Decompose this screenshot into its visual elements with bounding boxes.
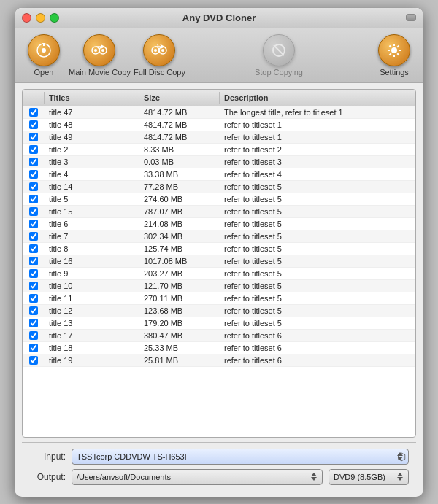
table-row: title 13179.20 MBrefer to titleset 5	[23, 317, 415, 330]
row-checkbox[interactable]	[29, 232, 38, 241]
row-title: title 6	[45, 218, 139, 230]
row-checkbox[interactable]	[29, 356, 38, 365]
table-row: title 7302.34 MBrefer to titleset 5	[23, 230, 415, 243]
table-row: title 30.03 MBrefer to titleset 3	[23, 156, 415, 168]
row-checkbox[interactable]	[29, 319, 38, 327]
open-label: Open	[34, 68, 54, 77]
row-checkbox[interactable]	[29, 170, 38, 179]
row-title: title 13	[45, 317, 139, 329]
toolbar: Open Main Movie Copy	[15, 28, 423, 83]
table-row: title 474814.72 MBThe longest title, ref…	[23, 106, 415, 119]
table-row: title 15787.07 MBrefer to titleset 5	[23, 206, 415, 218]
resize-button[interactable]	[406, 14, 416, 21]
row-size: 302.34 MB	[139, 230, 220, 242]
row-checkbox[interactable]	[29, 306, 38, 315]
row-description: refer to titleset 4	[220, 168, 415, 180]
row-checkbox-cell	[23, 317, 45, 329]
table-row: title 433.38 MBrefer to titleset 4	[23, 168, 415, 181]
svg-point-13	[161, 49, 164, 52]
row-checkbox[interactable]	[29, 108, 38, 117]
row-checkbox[interactable]	[29, 145, 38, 154]
table-body[interactable]: title 474814.72 MBThe longest title, ref…	[23, 106, 415, 437]
row-title: title 49	[45, 131, 139, 143]
maximize-button[interactable]	[50, 13, 59, 23]
svg-marker-9	[101, 44, 105, 49]
row-size: 4814.72 MB	[139, 119, 220, 131]
table-row: title 12123.68 MBrefer to titleset 5	[23, 305, 415, 317]
row-size: 4814.72 MB	[139, 131, 220, 143]
main-movie-copy-button[interactable]: Main Movie Copy	[69, 34, 131, 77]
row-description: refer to titleset 5	[220, 317, 415, 329]
row-title: title 5	[45, 193, 139, 205]
output-row: Output: /Users/anvsoft/Documents DVD9 (8…	[29, 469, 409, 485]
row-checkbox-cell	[23, 230, 45, 242]
row-description: refer to titleset 6	[220, 342, 415, 354]
row-title: title 12	[45, 305, 139, 317]
stop-copying-button[interactable]: Stop Copying	[255, 34, 303, 77]
row-title: title 48	[45, 119, 139, 131]
row-size: 380.47 MB	[139, 330, 220, 341]
row-size: 8.33 MB	[139, 144, 220, 155]
close-button[interactable]	[22, 13, 31, 23]
row-title: title 3	[45, 156, 139, 168]
row-size: 787.07 MB	[139, 206, 220, 217]
row-size: 25.81 MB	[139, 354, 220, 366]
row-checkbox[interactable]	[29, 294, 38, 303]
output-path-select[interactable]: /Users/anvsoft/Documents	[72, 469, 323, 485]
settings-button[interactable]: Settings	[372, 34, 416, 77]
row-checkbox-cell	[23, 354, 45, 366]
dvd-size-select[interactable]: DVD9 (8.5GB)	[328, 469, 409, 485]
open-button[interactable]: Open	[22, 34, 66, 77]
row-description: refer to titleset 5	[220, 268, 415, 279]
row-description: refer to titleset 5	[220, 206, 415, 217]
row-checkbox[interactable]	[29, 220, 38, 228]
row-checkbox[interactable]	[29, 182, 38, 191]
row-checkbox[interactable]	[29, 158, 38, 166]
row-checkbox[interactable]	[29, 344, 38, 352]
window-title: Any DVD Cloner	[182, 12, 256, 23]
row-checkbox-cell	[23, 243, 45, 255]
table-row: title 484814.72 MBrefer to titleset 1	[23, 119, 415, 131]
table-row: title 5274.60 MBrefer to titleset 5	[23, 193, 415, 206]
row-title: title 47	[45, 106, 139, 118]
input-select[interactable]: TSSTcorp CDDVDW TS-H653F	[72, 449, 409, 465]
settings-icon	[378, 34, 410, 66]
row-checkbox[interactable]	[29, 282, 38, 290]
row-size: 4814.72 MB	[139, 106, 220, 118]
row-checkbox[interactable]	[29, 120, 38, 129]
row-size: 270.11 MB	[139, 292, 220, 304]
row-description: The longest title, refer to titleset 1	[220, 106, 415, 118]
row-title: title 2	[45, 144, 139, 155]
svg-point-7	[101, 49, 104, 52]
row-checkbox[interactable]	[29, 207, 38, 216]
row-checkbox-cell	[23, 206, 45, 217]
col-description: Description	[220, 92, 415, 104]
row-size: 33.38 MB	[139, 168, 220, 180]
svg-line-27	[390, 53, 391, 55]
row-checkbox-cell	[23, 292, 45, 304]
row-checkbox[interactable]	[29, 269, 38, 278]
output-path-wrapper: /Users/anvsoft/Documents	[72, 469, 323, 485]
row-description: refer to titleset 6	[220, 354, 415, 366]
row-description: refer to titleset 5	[220, 305, 415, 317]
table-header: Titles Size Description	[23, 90, 415, 106]
row-checkbox[interactable]	[29, 244, 38, 253]
row-size: 123.68 MB	[139, 305, 220, 317]
table-row: title 161017.08 MBrefer to titleset 5	[23, 255, 415, 268]
table-row: title 494814.72 MBrefer to titleset 1	[23, 131, 415, 144]
row-checkbox[interactable]	[29, 133, 38, 141]
input-label: Input:	[29, 451, 66, 462]
col-titles: Titles	[45, 92, 139, 104]
main-movie-icon	[83, 34, 115, 66]
row-checkbox[interactable]	[29, 195, 38, 203]
full-disc-copy-button[interactable]: 1:1 Full Disc Copy	[134, 34, 185, 77]
row-description: refer to titleset 5	[220, 193, 415, 205]
row-checkbox[interactable]	[29, 331, 38, 340]
window-controls	[22, 13, 59, 23]
row-title: title 10	[45, 280, 139, 292]
row-checkbox[interactable]	[29, 257, 38, 265]
stop-icon	[263, 34, 295, 66]
table-row: title 28.33 MBrefer to titleset 2	[23, 144, 415, 156]
row-size: 179.20 MB	[139, 317, 220, 329]
minimize-button[interactable]	[36, 13, 45, 23]
